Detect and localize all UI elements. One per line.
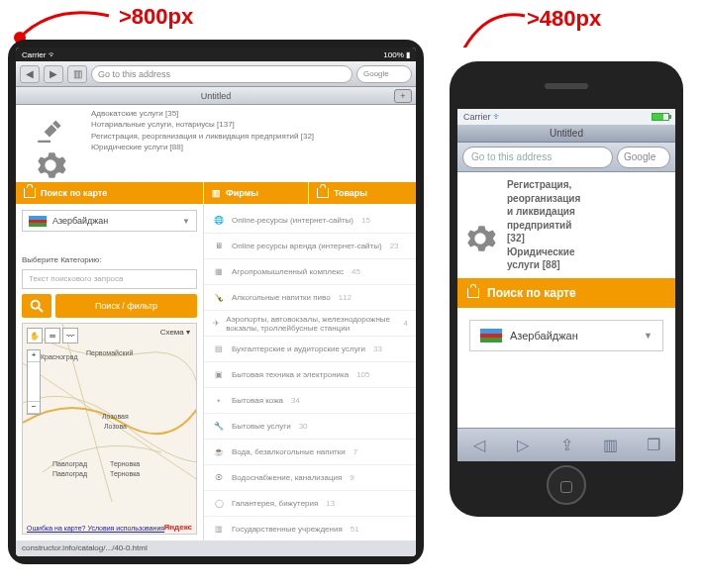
pipe-icon: ⦿ — [212, 471, 226, 485]
list-item[interactable]: ▪Бытовая кожа34 — [204, 388, 416, 414]
new-tab-button[interactable]: + — [394, 89, 412, 103]
tabs-button[interactable]: ❐ — [639, 436, 668, 454]
map-terms-link[interactable]: Ошибка на карте? Условия использования — [27, 525, 164, 532]
list-item[interactable]: услуги [88] — [507, 258, 671, 272]
search-input[interactable]: Текст поискового запроса — [22, 269, 197, 289]
item-label: Галантерея, бижутерия — [232, 499, 318, 508]
map-toolbar: ✋ ═ 〰 — [27, 328, 78, 343]
list-item[interactable]: ▦Агропромышленный комплекс45 — [204, 259, 416, 285]
status-bar: Carrier ᯤ 100% ▮ — [16, 48, 416, 61]
list-item[interactable]: Регистрация, реорганизация и ликвидация … — [91, 132, 410, 142]
tab-firms[interactable]: ▥Фирмы — [204, 182, 309, 204]
doc-icon: ▤ — [212, 343, 226, 356]
list-item[interactable]: 🔧Бытовые услуги30 — [204, 414, 416, 440]
tablet-screen: Carrier ᯤ 100% ▮ ◀ ▶ ▥ Go to this addres… — [16, 48, 416, 556]
list-item[interactable]: ▤Бухгалтерские и аудиторские услуги33 — [204, 337, 416, 362]
item-count: 45 — [352, 267, 360, 276]
building-icon: ▥ — [212, 523, 226, 537]
browser-search[interactable]: Google — [617, 147, 670, 168]
tab-goods[interactable]: Товары — [309, 182, 416, 204]
list-item[interactable]: Юридические — [507, 245, 671, 259]
map-layer-dropdown[interactable]: Схема ▾ — [160, 328, 190, 337]
status-bar: Carrier ᯤ — [457, 109, 675, 125]
share-button[interactable]: ⇪ — [552, 436, 581, 454]
address-bar[interactable]: Go to this address — [462, 147, 613, 168]
flag-icon — [480, 329, 502, 343]
back-button[interactable]: ◁ — [464, 436, 494, 454]
item-count: 4 — [404, 319, 408, 328]
list-item[interactable]: ▥Государственные учреждения51 — [204, 517, 416, 540]
forward-button[interactable]: ▷ — [508, 436, 538, 454]
item-count: 23 — [390, 242, 399, 250]
list-item[interactable]: Юридические услуги [88] — [91, 143, 410, 152]
section-tabs: Поиск по карте ▥Фирмы Товары — [16, 182, 416, 204]
item-count: 30 — [299, 422, 308, 431]
search-button[interactable] — [22, 294, 51, 318]
list-item[interactable]: предприятий — [507, 219, 671, 233]
map-tool-hand[interactable]: ✋ — [27, 328, 43, 343]
tractor-icon: ▦ — [212, 265, 226, 279]
list-item[interactable]: [32] — [507, 232, 671, 245]
list-item[interactable]: Нотариальные услуги, нотариусы [137] — [91, 120, 410, 130]
item-count: 9 — [350, 473, 353, 482]
item-label: Бытовые услуги — [232, 422, 291, 431]
browser-search[interactable]: Google — [356, 65, 412, 83]
item-count: 51 — [351, 525, 359, 534]
tab-title[interactable]: Untitled — [201, 91, 232, 101]
bookmarks-button[interactable]: ▥ — [595, 436, 625, 454]
item-label: Online ресурсы аренда (интернет-сайты) — [232, 242, 382, 250]
tab-map-search[interactable]: Поиск по карте — [457, 278, 675, 308]
header-categories: Адвокатские услуги [35] Нотариальные усл… — [16, 105, 416, 182]
cart-icon — [467, 288, 479, 298]
list-item[interactable]: 🖥Online ресурсы аренда (интернет-сайты)2… — [204, 234, 416, 259]
map-zoom[interactable]: +− — [27, 349, 41, 415]
forward-button[interactable]: ▶ — [44, 65, 63, 83]
globe-icon: 🌐 — [212, 214, 226, 228]
item-count: 112 — [339, 293, 352, 302]
map-tool-path[interactable]: 〰 — [62, 328, 78, 343]
shoe-icon: ▪ — [212, 394, 226, 408]
list-item[interactable]: ✈Аэропорты, автовокзалы, железнодорожные… — [204, 311, 416, 337]
item-count: 15 — [361, 216, 370, 225]
carrier-label: Carrier ᯤ — [22, 50, 56, 59]
back-button[interactable]: ◀ — [20, 65, 40, 83]
search-panel: Азербайджан Выберите Категорию: Текст по… — [16, 204, 204, 540]
item-count: 7 — [353, 447, 357, 456]
address-bar[interactable]: Go to this address — [91, 65, 352, 83]
flag-icon — [29, 216, 47, 227]
item-label: Агропромышленный комплекс — [232, 267, 344, 276]
list-item[interactable]: и ликвидация — [507, 205, 671, 219]
item-label: Online-ресурсы (интернет-сайты) — [232, 216, 353, 225]
bottle-icon: 🍾 — [212, 291, 226, 305]
status-footer: constructor.info/catalog/.../40-0.html — [16, 540, 416, 556]
category-label: Выберите Категорию: — [22, 255, 197, 264]
list-item[interactable]: ▣Бытовая техника и электроника105 — [204, 362, 416, 388]
cup-icon: ☕ — [212, 445, 226, 459]
callout-arrow-phone — [455, 10, 554, 48]
list-item[interactable]: ◯Галантерея, бижутерия13 — [204, 491, 416, 517]
country-dropdown[interactable]: Азербайджан — [22, 210, 197, 232]
country-dropdown[interactable]: Азербайджан — [469, 320, 663, 351]
map-widget[interactable]: ✋ ═ 〰 Схема ▾ +− Первомайский Красноград… — [22, 323, 197, 535]
map-city: Терновка — [110, 470, 140, 477]
tab-bar: Untitled + — [16, 87, 416, 105]
list-item[interactable]: ☕Вода, безалкогольные напитки7 — [204, 440, 416, 465]
list-item[interactable]: Адвокатские услуги [35] — [91, 109, 410, 119]
wrench-icon: 🔧 — [212, 420, 226, 434]
browser-nav-bar: ◀ ▶ ▥ Go to this address Google — [16, 61, 416, 87]
tablet-device-frame: Carrier ᯤ 100% ▮ ◀ ▶ ▥ Go to this addres… — [8, 40, 424, 564]
list-item[interactable]: 🌐Online-ресурсы (интернет-сайты)15 — [204, 208, 416, 234]
page-title: Untitled — [457, 125, 675, 143]
filter-button[interactable]: Поиск / фильтр — [55, 294, 197, 318]
map-tool-ruler[interactable]: ═ — [45, 328, 60, 343]
yandex-logo: Яндекс — [164, 523, 192, 532]
list-item[interactable]: 🍾Алкогольные напитки пиво112 — [204, 285, 416, 311]
bookmarks-button[interactable]: ▥ — [67, 65, 87, 83]
svg-point-2 — [32, 301, 40, 309]
tab-map-search[interactable]: Поиск по карте — [16, 182, 204, 204]
list-item[interactable]: Регистрация, — [507, 178, 671, 192]
list-item[interactable]: реорганизация — [507, 192, 671, 206]
item-label: Водоснабжение, канализация — [232, 473, 342, 482]
list-item[interactable]: ⦿Водоснабжение, канализация9 — [204, 465, 416, 491]
gear-icon — [31, 148, 70, 182]
